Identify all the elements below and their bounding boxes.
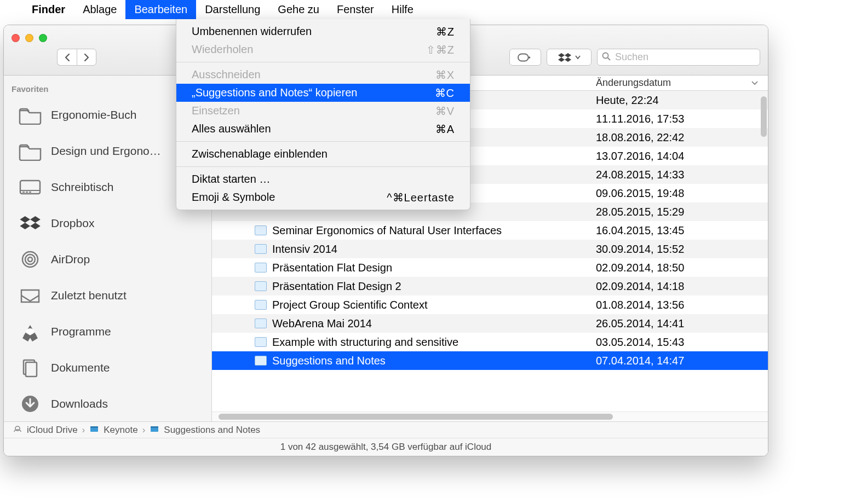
sidebar-item[interactable]: Dokumente <box>4 350 211 386</box>
svg-point-1 <box>529 56 531 59</box>
svg-rect-0 <box>518 54 529 61</box>
breadcrumb-icon <box>89 425 99 436</box>
apps-icon <box>17 321 43 343</box>
svg-point-10 <box>25 254 35 264</box>
svg-rect-6 <box>22 192 25 193</box>
file-row[interactable]: Präsentation Flat Design 202.09.2014, 14… <box>212 277 768 296</box>
breadcrumb-label: Suggestions and Notes <box>164 425 260 436</box>
file-date: 07.04.2014, 14:47 <box>587 355 768 367</box>
file-name-cell: WebArena Mai 2014 <box>212 317 587 330</box>
file-date: 02.09.2014, 14:18 <box>587 280 768 293</box>
sidebar-item[interactable]: Dropbox <box>4 205 211 241</box>
sidebar-item-label: Zuletzt benutzt <box>51 289 127 302</box>
file-row[interactable]: Intensiv 201430.09.2014, 15:52 <box>212 240 768 258</box>
menu-app[interactable]: Finder <box>23 0 74 19</box>
file-name: Example with structuring and sensitive <box>272 336 458 349</box>
file-name-cell: Intensiv 2014 <box>212 243 587 256</box>
file-name: Seminar Ergonomics of Natural User Inter… <box>272 224 502 237</box>
status-text: 1 von 42 ausgewählt, 3,54 GB verfügbar a… <box>280 442 492 453</box>
keynote-file-icon <box>255 318 267 328</box>
file-date: 28.05.2015, 15:29 <box>587 206 768 218</box>
sidebar-item-label: Dropbox <box>51 217 94 230</box>
breadcrumb-icon <box>150 425 159 436</box>
file-row[interactable]: Suggestions and Notes07.04.2014, 14:47 <box>212 351 768 370</box>
zoom-window-button[interactable] <box>39 34 47 42</box>
menu-hilfe[interactable]: Hilfe <box>383 0 422 19</box>
path-bar: iCloud Drive›Keynote›Suggestions and Not… <box>4 421 768 438</box>
breadcrumb-separator: › <box>82 425 85 436</box>
sidebar-item[interactable]: Programme <box>4 314 211 350</box>
menu-item-label: Wiederholen <box>192 43 253 56</box>
file-row[interactable]: Seminar Ergonomics of Natural User Inter… <box>212 221 768 240</box>
tags-button[interactable] <box>509 49 541 66</box>
close-window-button[interactable] <box>12 34 20 42</box>
docs-icon <box>17 357 43 379</box>
forward-button[interactable] <box>77 49 96 66</box>
file-name-cell: Präsentation Flat Design 2 <box>212 280 587 293</box>
file-name: Präsentation Flat Design <box>272 262 392 274</box>
file-date: 03.05.2014, 15:43 <box>587 336 768 349</box>
menu-item-label: Umbenennen widerrufen <box>192 25 312 38</box>
menu-item-shortcut: ⌘X <box>435 68 455 82</box>
menu-item: Wiederholen⇧⌘Z <box>176 40 470 59</box>
keynote-file-icon <box>255 356 267 366</box>
file-row[interactable]: WebArena Mai 201426.05.2014, 14:41 <box>212 314 768 333</box>
back-button[interactable] <box>57 49 77 66</box>
vertical-scrollbar[interactable] <box>761 96 767 137</box>
file-row[interactable]: Example with structuring and sensitive03… <box>212 333 768 351</box>
menu-darstellung[interactable]: Darstellung <box>196 0 269 19</box>
sidebar-item-label: Programme <box>51 325 111 338</box>
menu-item-label: Zwischenablage einblenden <box>192 148 328 160</box>
sidebar-item[interactable]: Zuletzt benutzt <box>4 277 211 314</box>
menu-item-shortcut: ⌘A <box>435 123 455 136</box>
search-input[interactable] <box>597 49 760 66</box>
breadcrumb-item[interactable]: iCloud Drive <box>13 425 78 436</box>
svg-rect-17 <box>90 426 98 428</box>
horizontal-scrollbar[interactable] <box>212 412 768 421</box>
sidebar-item-label: Ergonomie-Buch <box>51 108 136 121</box>
file-row[interactable]: Project Group Scientific Context01.08.20… <box>212 296 768 314</box>
file-date: 01.08.2014, 13:56 <box>587 299 768 311</box>
file-row[interactable]: Präsentation Flat Design02.09.2014, 18:5… <box>212 258 768 277</box>
breadcrumb-item[interactable]: Suggestions and Notes <box>150 425 260 436</box>
menu-gehe-zu[interactable]: Gehe zu <box>269 0 328 19</box>
sidebar-item[interactable]: Downloads <box>4 386 211 421</box>
menu-ablage[interactable]: Ablage <box>74 0 125 19</box>
file-date: 30.09.2014, 15:52 <box>587 243 768 256</box>
menu-item: Ausschneiden⌘X <box>176 66 470 84</box>
menu-item[interactable]: „Suggestions and Notes“ kopieren⌘C <box>176 84 470 102</box>
breadcrumb-label: iCloud Drive <box>27 425 78 436</box>
window-traffic-lights <box>12 34 47 42</box>
chevron-down-icon <box>575 55 581 60</box>
keynote-file-icon <box>255 300 267 310</box>
menu-item-label: Ausschneiden <box>192 68 261 81</box>
minimize-window-button[interactable] <box>25 34 33 42</box>
sidebar-item-label: Schreibtisch <box>51 181 113 194</box>
file-name-cell: Project Group Scientific Context <box>212 299 587 311</box>
file-date: 09.06.2015, 19:48 <box>587 187 768 200</box>
menu-item[interactable]: Alles auswählen⌘A <box>176 120 470 138</box>
nav-buttons <box>57 49 96 66</box>
sidebar-item-label: Downloads <box>51 397 108 410</box>
airdrop-icon <box>17 248 43 270</box>
keynote-file-icon <box>255 281 267 291</box>
menu-item[interactable]: Zwischenablage einblenden <box>176 145 470 163</box>
menu-item[interactable]: Emoji & Symbole^⌘Leertaste <box>176 188 470 206</box>
breadcrumb-item[interactable]: Keynote <box>89 425 137 436</box>
column-date[interactable]: Änderungsdatum <box>587 77 768 89</box>
menu-item[interactable]: Umbenennen widerrufen⌘Z <box>176 22 470 40</box>
dropbox-toolbar-button[interactable] <box>547 49 592 66</box>
sidebar-item[interactable]: AirDrop <box>4 241 211 277</box>
menu-bearbeiten[interactable]: Bearbeiten <box>125 0 196 19</box>
edit-menu-dropdown: Umbenennen widerrufen⌘ZWiederholen⇧⌘ZAus… <box>176 19 470 210</box>
file-name: Suggestions and Notes <box>272 355 386 367</box>
keynote-file-icon <box>255 225 267 235</box>
file-date: 16.04.2015, 13:45 <box>587 224 768 237</box>
file-name-cell: Suggestions and Notes <box>212 355 587 367</box>
search-field[interactable] <box>597 34 760 66</box>
file-date: 13.07.2016, 14:04 <box>587 150 768 163</box>
file-date: 18.08.2016, 22:42 <box>587 131 768 144</box>
file-date: 26.05.2014, 14:41 <box>587 317 768 330</box>
menu-fenster[interactable]: Fenster <box>328 0 383 19</box>
menu-item[interactable]: Diktat starten … <box>176 170 470 188</box>
